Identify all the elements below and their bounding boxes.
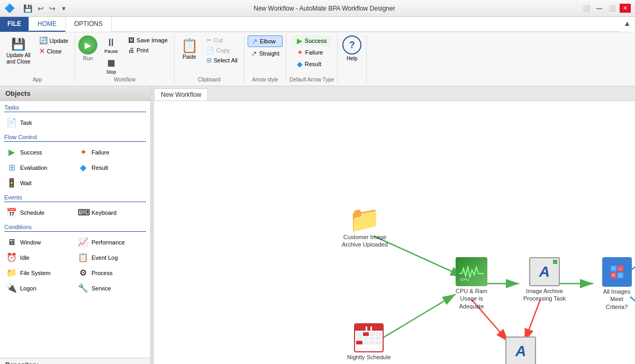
keyboard-item[interactable]: ⌨ Keyboard bbox=[76, 205, 146, 220]
window-item[interactable]: 🖥 Window bbox=[4, 235, 75, 249]
copy-button[interactable]: 📄 Copy bbox=[203, 46, 241, 55]
ribbon-collapse-btn[interactable]: ▲ bbox=[619, 17, 635, 32]
node-event-log[interactable]: A Event LogRecord Error Routine bbox=[497, 336, 545, 364]
pause-button[interactable]: ⏸ Pause bbox=[99, 35, 123, 55]
run-button[interactable]: ▶ bbox=[78, 35, 97, 54]
minimize-icon[interactable]: — bbox=[594, 4, 605, 13]
process-item[interactable]: ⚙ Process bbox=[76, 266, 146, 280]
tasks-section-header: Tasks bbox=[0, 101, 150, 112]
result-arrow-button[interactable]: ◆ Result bbox=[293, 59, 331, 69]
result-item[interactable]: ◆ Result bbox=[76, 160, 146, 175]
success-icon: ▶ bbox=[6, 147, 17, 157]
save-image-button[interactable]: 🖼 Save Image bbox=[125, 35, 171, 45]
tab-file[interactable]: FILE bbox=[0, 17, 29, 32]
events-section-header: Events bbox=[0, 191, 150, 202]
keyboard-icon: ⌨ bbox=[78, 207, 88, 217]
failure-arrow-icon: ✦ bbox=[297, 48, 303, 57]
conditions-grid: 🖥 Window 📈 Performance ⏰ Idle 📋 Event Lo… bbox=[0, 234, 150, 296]
schedule-item[interactable]: 📅 Schedule bbox=[4, 205, 75, 220]
stop-button[interactable]: ⏹ Stop bbox=[99, 56, 123, 76]
help-group: ? Help bbox=[342, 35, 361, 61]
all-images-label: All ImagesMeet Criteria? bbox=[598, 288, 635, 311]
wait-icon: 🚦 bbox=[6, 178, 17, 188]
service-item[interactable]: 🔧 Service bbox=[76, 281, 146, 295]
update-label: Update bbox=[50, 38, 68, 44]
performance-item[interactable]: 📈 Performance bbox=[76, 235, 146, 249]
evaluation-item[interactable]: ⊞ Evaluation bbox=[4, 160, 75, 175]
tab-home[interactable]: HOME bbox=[29, 17, 66, 32]
select-all-button[interactable]: ⊞ Select All bbox=[203, 56, 241, 65]
app-group-content: 💾 Update Alland Close 🔄 Update ✕ Close bbox=[3, 35, 71, 76]
ribbon-tab-row: FILE HOME OPTIONS ▲ bbox=[0, 17, 635, 32]
clipboard-group-content: 📋 Paste ✂ Cut 📄 Copy ⊞ Select All bbox=[178, 35, 241, 76]
stop-icon: ⏹ bbox=[106, 57, 116, 69]
success-arrow-button[interactable]: ▶ Success bbox=[293, 35, 331, 46]
flowcontrol-grid: ▶ Success ✦ Failure ⊞ Evaluation ◆ Resul… bbox=[0, 144, 150, 191]
window-icon: 🖥 bbox=[6, 238, 17, 247]
archive-label: Customer ImageArchive Uploaded bbox=[342, 233, 388, 249]
canvas-tab-new-workflow[interactable]: New Workflow bbox=[154, 88, 208, 101]
evaluation-icon: ⊞ bbox=[6, 162, 17, 172]
repository-label: Repository bbox=[5, 361, 39, 364]
ribbon-content: 💾 Update Alland Close 🔄 Update ✕ Close A… bbox=[0, 32, 635, 86]
logon-item[interactable]: 🔌 Logon bbox=[4, 281, 75, 295]
update-all-close-button[interactable]: 💾 Update Alland Close bbox=[3, 35, 34, 67]
node-archive[interactable]: 📁 Customer ImageArchive Uploaded bbox=[342, 207, 388, 249]
save-icon[interactable]: 💾 bbox=[21, 3, 34, 14]
filesystem-item[interactable]: 📁 File System bbox=[4, 266, 75, 280]
node-cpu[interactable]: CPU CPU & RamUsage is Adequate bbox=[448, 257, 495, 310]
clipboard-group-label: Clipboard bbox=[198, 77, 221, 83]
restore-icon[interactable]: ⬜ bbox=[580, 4, 593, 13]
flowcontrol-divider bbox=[4, 141, 146, 142]
task-item[interactable]: 📄 Task bbox=[4, 115, 75, 130]
elbow-label: Elbow bbox=[260, 38, 276, 44]
canvas-body[interactable]: Yes No 📁 Customer ImageArchive Uploaded … bbox=[154, 101, 635, 364]
arrow-style-group-label: Arrow style bbox=[252, 77, 278, 83]
idle-item[interactable]: ⏰ Idle bbox=[4, 250, 75, 265]
idle-label: Idle bbox=[20, 254, 30, 261]
svg-line-10 bbox=[524, 299, 540, 342]
app-icon: 🔷 bbox=[4, 3, 15, 13]
image-task-label: Image ArchiveProcessing Task bbox=[523, 287, 566, 303]
eventlog-item[interactable]: 📋 Event Log bbox=[76, 250, 146, 265]
close-button[interactable]: ✕ Close bbox=[36, 46, 71, 56]
result-icon: ◆ bbox=[78, 162, 88, 172]
undo-icon[interactable]: ↩ bbox=[35, 3, 46, 14]
close-icon[interactable]: ✕ bbox=[620, 4, 631, 13]
paste-button[interactable]: 📋 Paste bbox=[178, 35, 201, 62]
wait-item[interactable]: 🚦 Wait bbox=[4, 176, 75, 190]
ribbon-group-arrow-style: ↗ Elbow ↗ Straight Arrow style bbox=[244, 34, 286, 84]
default-arrow-content: ▶ Success ✦ Failure ◆ Result bbox=[293, 35, 331, 76]
print-button[interactable]: 🖨 Print bbox=[125, 46, 171, 55]
print-icon: 🖨 bbox=[128, 47, 134, 54]
schedule-icon: 📅 bbox=[6, 207, 17, 217]
update-button[interactable]: 🔄 Update bbox=[36, 35, 71, 46]
elbow-button[interactable]: ↗ Elbow bbox=[248, 35, 283, 47]
workflow-svg: Yes No bbox=[154, 101, 635, 364]
more-icon[interactable]: ▼ bbox=[59, 4, 69, 13]
performance-label: Performance bbox=[92, 239, 125, 245]
main-area: Objects Tasks 📄 Task Flow Control ▶ Succ… bbox=[0, 86, 635, 364]
failure-arrow-button[interactable]: ✦ Failure bbox=[293, 47, 331, 58]
pause-label: Pause bbox=[104, 49, 118, 54]
success-item[interactable]: ▶ Success bbox=[4, 145, 75, 159]
straight-button[interactable]: ↗ Straight bbox=[248, 48, 283, 59]
node-image-task[interactable]: A Image ArchiveProcessing Task bbox=[523, 257, 566, 303]
image-task-icon: A bbox=[529, 257, 560, 286]
failure-item[interactable]: ✦ Failure bbox=[76, 145, 146, 159]
pause-icon: ⏸ bbox=[106, 37, 116, 49]
logon-icon: 🔌 bbox=[6, 283, 17, 293]
tab-options[interactable]: OPTIONS bbox=[66, 17, 112, 32]
process-label: Process bbox=[92, 270, 113, 276]
cut-button[interactable]: ✂ Cut bbox=[203, 35, 241, 45]
workflow-group-content: ▶ Run ⏸ Pause ⏹ Stop 🖼 Sav bbox=[78, 35, 171, 76]
evaluation-label: Evaluation bbox=[20, 165, 47, 171]
failure-arrow-label: Failure bbox=[305, 49, 323, 56]
help-button[interactable]: ? bbox=[342, 35, 361, 54]
node-all-images[interactable]: + — ✕ = All ImagesMeet Criteria? bbox=[598, 257, 635, 311]
window-label: Window bbox=[20, 239, 41, 245]
node-schedule[interactable]: Nightly Schedule bbox=[347, 323, 391, 361]
redo-icon[interactable]: ↪ bbox=[47, 3, 58, 14]
maximize-icon[interactable]: ⬜ bbox=[606, 4, 619, 13]
help-group-content: ? Help bbox=[342, 35, 361, 81]
